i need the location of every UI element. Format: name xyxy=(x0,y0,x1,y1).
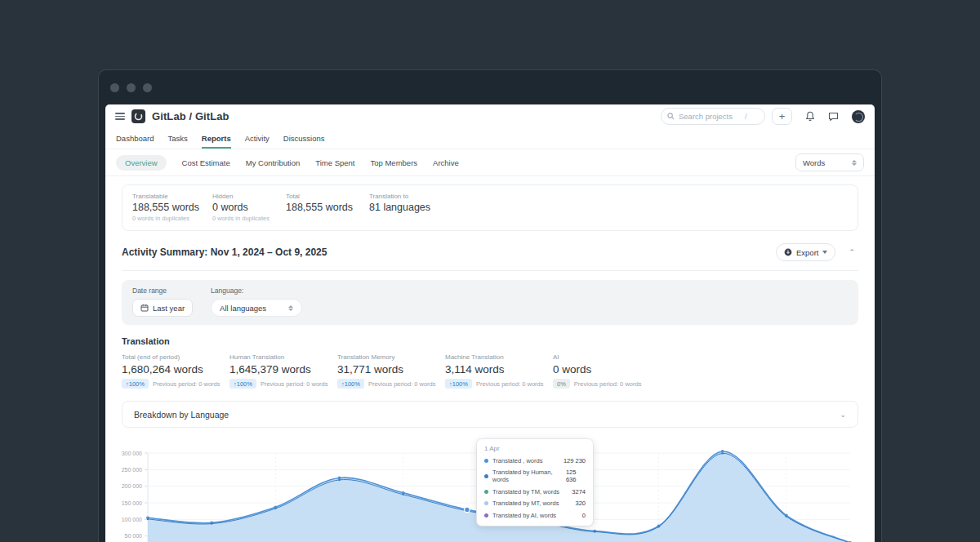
app-header: GitLab / GitLab / + xyxy=(105,104,875,128)
create-project-button[interactable]: + xyxy=(772,108,792,125)
project-title: GitLab / GitLab xyxy=(152,110,229,122)
trend-badge: ↑100% xyxy=(337,379,364,389)
project-avatar[interactable] xyxy=(131,109,145,123)
series-dot xyxy=(484,513,488,518)
stat-value: 3,114 words xyxy=(445,363,553,375)
subtab-overview[interactable]: Overview xyxy=(116,155,167,171)
report-main: Translatable 188,555 words 0 words in du… xyxy=(105,184,875,542)
breakdown-by-language-card[interactable]: Breakdown by Language ⌄ xyxy=(122,401,858,428)
previous-period-note: Previous period: 0 words xyxy=(368,380,436,388)
tab-reports[interactable]: Reports xyxy=(202,134,231,149)
previous-period-note: Previous period: 0 words xyxy=(261,380,328,388)
stat-label: Translatable xyxy=(132,193,212,200)
date-range-button[interactable]: Last year xyxy=(132,299,193,317)
tooltip-label: Translated by MT, words xyxy=(492,500,559,507)
select-caret-icon xyxy=(288,305,293,311)
subtab-cost-estimate[interactable]: Cost Estimate xyxy=(182,158,230,167)
stat-value: 31,771 words xyxy=(337,363,445,375)
stat-value: 188,555 words xyxy=(286,202,369,213)
collapse-section-icon[interactable]: ⌃ xyxy=(849,248,855,256)
search-shortcut-hint: / xyxy=(745,113,747,121)
series-dot xyxy=(484,474,488,478)
translation-stat-total: Total (end of period) 1,680,264 words ↑1… xyxy=(122,353,229,389)
stat-translation-to: Translation to 81 languages xyxy=(369,193,430,222)
messages-icon[interactable] xyxy=(827,110,840,122)
previous-period-note: Previous period: 0 words xyxy=(476,380,544,388)
stat-value: 81 languages xyxy=(369,202,430,213)
stat-value: 188,555 words xyxy=(132,202,212,213)
stat-sub: 0 words in duplicates xyxy=(132,215,212,222)
tab-tasks[interactable]: Tasks xyxy=(167,134,187,149)
window-control-maximize[interactable] xyxy=(143,83,152,92)
project-words-summary-card: Translatable 188,555 words 0 words in du… xyxy=(122,184,858,231)
chart-tooltip: 1 Apr Translated , words 129 230 Transla… xyxy=(477,439,593,526)
stat-label: Translation to xyxy=(369,193,430,200)
language-select-value: All languages xyxy=(220,304,266,313)
translation-stat-mt: Machine Translation 3,114 words ↑100%Pre… xyxy=(445,353,553,389)
stat-translatable: Translatable 188,555 words 0 words in du… xyxy=(132,193,212,222)
search-icon xyxy=(667,113,675,120)
translation-stat-ai: AI 0 words 0%Previous period: 0 words xyxy=(553,353,661,389)
language-select[interactable]: All languages xyxy=(211,299,302,317)
tooltip-value: 129 230 xyxy=(564,457,586,464)
tab-activity[interactable]: Activity xyxy=(245,134,270,149)
date-range-filter: Date range Last year xyxy=(132,287,193,317)
export-download-icon xyxy=(784,248,792,256)
subtab-time-spent[interactable]: Time Spent xyxy=(315,158,354,167)
window-titlebar xyxy=(99,70,881,104)
activity-summary-header: Activity Summary: Nov 1, 2024 – Oct 9, 2… xyxy=(122,243,858,271)
select-caret-icon xyxy=(852,160,857,166)
tooltip-row: Translated by AI, words 0 xyxy=(484,512,586,519)
tooltip-value: 320 xyxy=(575,500,586,507)
stat-label: AI xyxy=(553,353,661,361)
stat-value: 0 words xyxy=(553,363,661,375)
stat-value: 1,645,379 words xyxy=(229,363,337,375)
svg-text:150 000: 150 000 xyxy=(122,500,142,506)
translation-stats-row: Total (end of period) 1,680,264 words ↑1… xyxy=(122,353,858,389)
tooltip-row: Translated , words 129 230 xyxy=(484,457,586,464)
stat-label: Human Translation xyxy=(229,353,337,361)
language-label: Language: xyxy=(211,287,302,295)
stat-label: Machine Translation xyxy=(445,353,553,361)
app-content: GitLab / GitLab / + xyxy=(105,104,875,542)
search-input[interactable] xyxy=(679,112,741,121)
svg-text:50 000: 50 000 xyxy=(125,533,143,539)
unit-select[interactable]: Words xyxy=(795,153,864,171)
series-dot xyxy=(484,490,488,494)
subtab-my-contribution[interactable]: My Contribution xyxy=(246,158,301,167)
tooltip-label: Translated by Human, words xyxy=(492,469,562,483)
tooltip-date: 1 Apr xyxy=(484,445,586,452)
notifications-bell-icon[interactable] xyxy=(804,110,816,122)
series-dot xyxy=(484,501,488,505)
chevron-down-icon: ⌄ xyxy=(840,411,846,419)
tooltip-row: Translated by MT, words 320 xyxy=(484,500,586,507)
export-caret-icon xyxy=(822,251,827,254)
window-control-close[interactable] xyxy=(110,83,119,92)
export-button[interactable]: Export xyxy=(776,243,835,261)
stat-hidden: Hidden 0 words 0 words in duplicates xyxy=(212,193,286,222)
trend-badge: 0% xyxy=(553,379,570,389)
tab-dashboard[interactable]: Dashboard xyxy=(116,134,154,149)
previous-period-note: Previous period: 0 words xyxy=(574,380,642,388)
svg-text:200 000: 200 000 xyxy=(122,483,142,489)
svg-text:300 000: 300 000 xyxy=(122,451,142,456)
gitlab-logo-icon xyxy=(134,112,143,121)
stat-label: Hidden xyxy=(212,193,286,200)
stat-total: Total 188,555 words xyxy=(286,193,369,222)
subtab-archive[interactable]: Archive xyxy=(433,158,459,167)
menu-icon[interactable] xyxy=(115,113,125,120)
stat-value: 0 words xyxy=(212,202,286,213)
tooltip-label: Translated by AI, words xyxy=(492,512,556,519)
project-nav-tabs: Dashboard Tasks Reports Activity Discuss… xyxy=(105,128,875,149)
translation-stat-human: Human Translation 1,645,379 words ↑100%P… xyxy=(229,353,337,389)
user-avatar[interactable] xyxy=(852,110,865,123)
subtab-top-members[interactable]: Top Members xyxy=(371,158,418,167)
search-box[interactable]: / xyxy=(661,108,765,125)
window-control-minimize[interactable] xyxy=(127,83,136,92)
svg-text:100 000: 100 000 xyxy=(122,517,142,522)
trend-badge: ↑100% xyxy=(229,379,256,389)
tab-discussions[interactable]: Discussions xyxy=(283,134,325,149)
activity-chart[interactable]: 050 000100 000150 000200 000250 000300 0… xyxy=(122,438,858,542)
stat-label: Total (end of period) xyxy=(122,353,229,361)
export-button-label: Export xyxy=(796,248,818,257)
